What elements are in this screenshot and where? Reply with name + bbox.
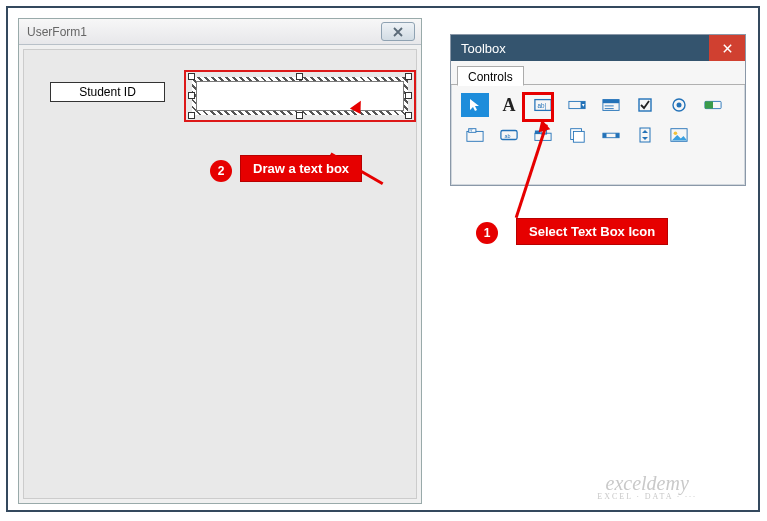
userform-designer-window: UserForm1 Student ID bbox=[18, 18, 422, 504]
resize-handle[interactable] bbox=[405, 92, 412, 99]
resize-handle[interactable] bbox=[405, 73, 412, 80]
tool-commandbutton[interactable]: ab bbox=[495, 123, 523, 147]
image-icon bbox=[670, 127, 688, 143]
tool-spinbutton[interactable] bbox=[631, 123, 659, 147]
svg-text:ab|: ab| bbox=[538, 102, 547, 110]
tool-combobox[interactable] bbox=[563, 93, 591, 117]
multipage-icon bbox=[568, 127, 586, 143]
step-badge-1: 1 bbox=[476, 222, 498, 244]
svg-rect-22 bbox=[573, 131, 584, 142]
button-icon: ab bbox=[500, 127, 518, 143]
toggle-icon bbox=[704, 97, 722, 113]
tool-frame[interactable]: xy bbox=[461, 123, 489, 147]
tool-checkbox[interactable] bbox=[631, 93, 659, 117]
cursor-icon bbox=[466, 97, 484, 113]
resize-handle[interactable] bbox=[296, 73, 303, 80]
svg-point-28 bbox=[674, 131, 678, 135]
svg-rect-5 bbox=[603, 100, 619, 104]
spin-icon bbox=[636, 127, 654, 143]
tool-listbox[interactable] bbox=[597, 93, 625, 117]
callout-select-textbox-icon: Select Text Box Icon bbox=[516, 218, 668, 245]
toolbox-title: Toolbox bbox=[461, 41, 506, 56]
svg-rect-25 bbox=[616, 133, 620, 138]
textbox-icon: ab| bbox=[534, 97, 552, 113]
svg-text:ab: ab bbox=[505, 133, 511, 139]
tool-multipage[interactable] bbox=[563, 123, 591, 147]
toolbox-titlebar[interactable]: Toolbox bbox=[451, 35, 745, 61]
combobox-icon bbox=[568, 97, 586, 113]
resize-handle[interactable] bbox=[296, 112, 303, 119]
svg-rect-24 bbox=[603, 133, 607, 138]
checkbox-icon bbox=[636, 97, 654, 113]
textbox-control-selected[interactable] bbox=[192, 77, 408, 115]
userform-titlebar[interactable]: UserForm1 bbox=[19, 19, 421, 45]
svg-point-10 bbox=[677, 103, 682, 108]
toolbox-close-button[interactable] bbox=[709, 35, 745, 61]
tool-select-objects[interactable] bbox=[461, 93, 489, 117]
frame-icon: xy bbox=[466, 127, 484, 143]
svg-rect-13 bbox=[467, 131, 483, 141]
tool-textbox[interactable]: ab| bbox=[529, 93, 557, 117]
toolbox-window[interactable]: Toolbox Controls A ab| bbox=[450, 34, 746, 186]
close-icon bbox=[722, 43, 733, 54]
resize-handle[interactable] bbox=[405, 112, 412, 119]
toolbox-tabstrip: Controls bbox=[451, 61, 745, 85]
tool-optionbutton[interactable] bbox=[665, 93, 693, 117]
close-icon bbox=[392, 26, 404, 38]
tool-togglebutton[interactable] bbox=[699, 93, 727, 117]
radio-icon bbox=[670, 97, 688, 113]
tab-controls[interactable]: Controls bbox=[457, 66, 524, 86]
userform-close-button[interactable] bbox=[381, 22, 415, 41]
tool-scrollbar[interactable] bbox=[597, 123, 625, 147]
svg-rect-8 bbox=[639, 99, 651, 111]
userform-canvas[interactable]: Student ID bbox=[23, 49, 417, 499]
toolbox-tool-grid: A ab| xy ab bbox=[451, 85, 745, 155]
resize-handle[interactable] bbox=[188, 92, 195, 99]
listbox-icon bbox=[602, 97, 620, 113]
tool-label[interactable]: A bbox=[495, 93, 523, 117]
resize-handle[interactable] bbox=[188, 112, 195, 119]
resize-handle[interactable] bbox=[188, 73, 195, 80]
watermark: exceldemy EXCEL · DATA · ··· bbox=[597, 473, 697, 501]
textbox-input-area[interactable] bbox=[196, 81, 404, 111]
userform-title: UserForm1 bbox=[27, 25, 87, 39]
tool-image[interactable] bbox=[665, 123, 693, 147]
step-badge-2: 2 bbox=[210, 160, 232, 182]
scrollbar-icon bbox=[602, 127, 620, 143]
svg-rect-12 bbox=[705, 101, 713, 108]
label-control-student-id[interactable]: Student ID bbox=[50, 82, 165, 102]
